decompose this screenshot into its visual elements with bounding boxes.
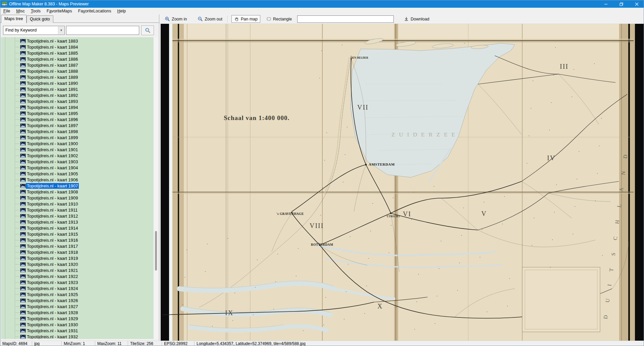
- rectangle-select-icon: [266, 16, 271, 21]
- tree-item[interactable]: Topotijdreis.nl - kaart 1884: [1, 44, 153, 50]
- zoom-in-button[interactable]: Zoom in: [162, 15, 190, 23]
- find-mode-dropdown[interactable]: Find by Keyword ▾: [3, 26, 65, 35]
- tree-item[interactable]: Topotijdreis.nl - kaart 1883: [1, 38, 153, 44]
- tree-connector: [15, 331, 20, 331]
- tree-item[interactable]: Topotijdreis.nl - kaart 1914: [1, 225, 153, 231]
- sheet-numeral-v: V: [481, 210, 487, 217]
- tree-item[interactable]: Topotijdreis.nl - kaart 1898: [1, 128, 153, 134]
- restore-button[interactable]: [613, 0, 629, 8]
- menu-item[interactable]: File: [0, 8, 13, 14]
- pan-map-button[interactable]: Pan map: [231, 15, 260, 23]
- menu-item[interactable]: Misc: [13, 8, 28, 14]
- map-thumbnail-icon: [20, 214, 26, 218]
- tree-connector: [15, 216, 20, 216]
- menu-item[interactable]: FavoriteLocations: [75, 8, 114, 14]
- tree-item[interactable]: Topotijdreis.nl - kaart 1913: [1, 219, 153, 225]
- tree-item[interactable]: Topotijdreis.nl - kaart 1928: [1, 309, 153, 315]
- tree-item[interactable]: Topotijdreis.nl - kaart 1896: [1, 116, 153, 122]
- tree-item[interactable]: Topotijdreis.nl - kaart 1891: [1, 86, 153, 92]
- tree-item[interactable]: Topotijdreis.nl - kaart 1912: [1, 213, 153, 219]
- tree-connector: [15, 264, 20, 265]
- tree-item[interactable]: Topotijdreis.nl - kaart 1930: [1, 322, 153, 328]
- tree-item[interactable]: Topotijdreis.nl - kaart 1929: [1, 315, 153, 322]
- search-button[interactable]: [141, 25, 154, 35]
- tree-item[interactable]: Topotijdreis.nl - kaart 1892: [1, 92, 153, 98]
- tree-item[interactable]: Topotijdreis.nl - kaart 1932: [1, 334, 153, 339]
- map-thumbnail-icon: [20, 87, 26, 92]
- tab-quick-goto[interactable]: Quick goto: [26, 15, 53, 23]
- tree-item[interactable]: Topotijdreis.nl - kaart 1915: [1, 231, 153, 237]
- menu-item[interactable]: Tools: [28, 8, 44, 14]
- tree-scrollbar-thumb[interactable]: [155, 231, 157, 271]
- tree-item[interactable]: Topotijdreis.nl - kaart 1920: [1, 261, 153, 267]
- tree-item[interactable]: Topotijdreis.nl - kaart 1904: [1, 165, 153, 171]
- tree-item-label: Topotijdreis.nl - kaart 1907: [26, 183, 79, 189]
- tree-item[interactable]: Topotijdreis.nl - kaart 1889: [1, 74, 153, 80]
- tree-item[interactable]: Topotijdreis.nl - kaart 1885: [1, 50, 153, 56]
- map-thumbnail-icon: [20, 39, 26, 43]
- download-button[interactable]: Download: [401, 15, 432, 23]
- tree-item[interactable]: Topotijdreis.nl - kaart 1897: [1, 122, 153, 128]
- tree-item[interactable]: Topotijdreis.nl - kaart 1900: [1, 140, 153, 147]
- tree-item-label: Topotijdreis.nl - kaart 1905: [26, 171, 79, 177]
- toolbar-text-input[interactable]: [297, 15, 394, 23]
- tree-item[interactable]: Topotijdreis.nl - kaart 1888: [1, 68, 153, 74]
- tree-item[interactable]: Topotijdreis.nl - kaart 1895: [1, 110, 153, 116]
- tree-item[interactable]: Topotijdreis.nl - kaart 1907: [1, 183, 153, 189]
- tree-item[interactable]: Topotijdreis.nl - kaart 1899: [1, 134, 153, 140]
- map-thumbnail-icon: [20, 310, 26, 315]
- tree-item[interactable]: Topotijdreis.nl - kaart 1924: [1, 285, 153, 291]
- tree-item-label: Topotijdreis.nl - kaart 1923: [26, 280, 79, 285]
- tree-item[interactable]: Topotijdreis.nl - kaart 1925: [1, 291, 153, 297]
- tree-item[interactable]: Topotijdreis.nl - kaart 1890: [1, 80, 153, 86]
- tree-item[interactable]: Topotijdreis.nl - kaart 1916: [1, 237, 153, 243]
- tree-item[interactable]: Topotijdreis.nl - kaart 1905: [1, 171, 153, 177]
- tree-connector: [15, 337, 20, 337]
- tree-item-label: Topotijdreis.nl - kaart 1924: [26, 286, 79, 291]
- tree-item[interactable]: Topotijdreis.nl - kaart 1887: [1, 62, 153, 68]
- tree-item[interactable]: Topotijdreis.nl - kaart 1927: [1, 303, 153, 309]
- tree-item[interactable]: Topotijdreis.nl - kaart 1917: [1, 243, 153, 249]
- tree-connector: [15, 125, 20, 126]
- menu-item[interactable]: Help: [114, 8, 129, 14]
- tree-item[interactable]: Topotijdreis.nl - kaart 1910: [1, 201, 153, 207]
- minimize-button[interactable]: [598, 0, 613, 8]
- map-viewer[interactable]: Schaal van 1:400 000. ZUIDERZEE AMSTERDA…: [161, 24, 644, 341]
- tree-item[interactable]: Topotijdreis.nl - kaart 1922: [1, 273, 153, 279]
- tree-item[interactable]: Topotijdreis.nl - kaart 1911: [1, 207, 153, 213]
- tree-item[interactable]: Topotijdreis.nl - kaart 1908: [1, 189, 153, 195]
- tree-item[interactable]: Topotijdreis.nl - kaart 1903: [1, 159, 153, 165]
- tree-item[interactable]: Topotijdreis.nl - kaart 1918: [1, 249, 153, 255]
- tree-item[interactable]: Topotijdreis.nl - kaart 1921: [1, 267, 153, 273]
- map-thumbnail-icon: [20, 105, 26, 110]
- tree-item[interactable]: Topotijdreis.nl - kaart 1923: [1, 279, 153, 285]
- tree-item-label: Topotijdreis.nl - kaart 1883: [26, 38, 79, 44]
- tree-connector: [15, 53, 20, 53]
- close-button[interactable]: [629, 0, 644, 8]
- tree-item[interactable]: Topotijdreis.nl - kaart 1909: [1, 195, 153, 201]
- tree-item[interactable]: Topotijdreis.nl - kaart 1893: [1, 98, 153, 104]
- zoom-out-button[interactable]: Zoom out: [195, 15, 225, 23]
- tree-item[interactable]: Topotijdreis.nl - kaart 1931: [1, 328, 153, 334]
- map-thumbnail-icon: [20, 154, 26, 158]
- tree-item[interactable]: Topotijdreis.nl - kaart 1894: [1, 104, 153, 110]
- chevron-down-icon[interactable]: ▾: [58, 26, 64, 34]
- tree-item[interactable]: Topotijdreis.nl - kaart 1886: [1, 56, 153, 62]
- tree-item-label: Topotijdreis.nl - kaart 1929: [26, 316, 79, 322]
- tree-item[interactable]: Topotijdreis.nl - kaart 1901: [1, 147, 153, 153]
- tree-item[interactable]: Topotijdreis.nl - kaart 1919: [1, 255, 153, 261]
- search-input[interactable]: [66, 26, 139, 35]
- tree-item[interactable]: Topotijdreis.nl - kaart 1906: [1, 177, 153, 183]
- tree-item[interactable]: Topotijdreis.nl - kaart 1902: [1, 153, 153, 159]
- map-thumbnail-icon: [20, 141, 26, 146]
- tree-item-label: Topotijdreis.nl - kaart 1891: [26, 86, 79, 92]
- rectangle-button[interactable]: Rectangle: [264, 15, 294, 23]
- map-image[interactable]: Schaal van 1:400 000. ZUIDERZEE AMSTERDA…: [161, 24, 644, 341]
- tree-scrollbar[interactable]: [153, 37, 158, 339]
- tree-item[interactable]: Topotijdreis.nl - kaart 1926: [1, 297, 153, 303]
- map-thumbnail-icon: [20, 268, 26, 273]
- menu-item[interactable]: FavoriteMaps: [44, 8, 75, 14]
- city-label-amsterdam: AMSTERDAM: [369, 162, 395, 166]
- map-thumbnail-icon: [20, 148, 26, 152]
- tab-maps-tree[interactable]: Maps tree: [1, 15, 26, 23]
